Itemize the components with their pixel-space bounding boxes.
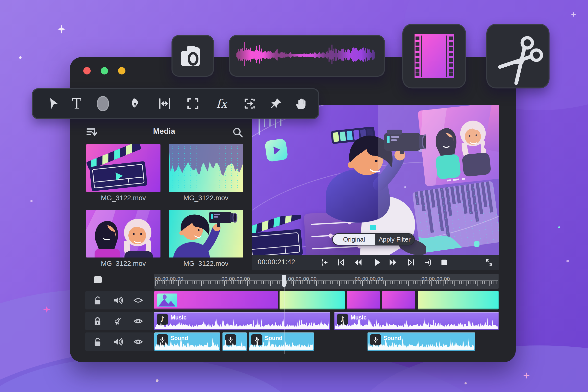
track-controls-sound (85, 332, 154, 351)
tool-select[interactable] (46, 96, 61, 112)
desktop: Media MG_3122.movMG_3122.movMG_3122.movM… (0, 0, 588, 392)
filter-toggle: Original Apply Filter (332, 233, 415, 246)
media-item-thumbnail[interactable] (86, 144, 160, 192)
sort-icon[interactable] (86, 128, 98, 137)
media-item-thumbnail[interactable] (169, 210, 243, 258)
background-dot (566, 260, 569, 262)
film-strip-tile[interactable] (402, 24, 466, 88)
background-dot (558, 226, 560, 228)
film-strip-icon (403, 25, 465, 88)
sound-clip[interactable]: Sound (368, 332, 475, 351)
traffic-light-green[interactable] (101, 67, 108, 74)
media-panel-title: Media (122, 127, 206, 136)
apply-filter-button[interactable]: Apply Filter (375, 234, 414, 245)
fullscreen-button[interactable] (484, 258, 494, 267)
eye-icon[interactable] (133, 316, 143, 326)
music-clip[interactable]: ♪Music (334, 312, 498, 330)
video-clip[interactable] (418, 291, 498, 310)
sound-clip[interactable]: Sound (249, 332, 314, 351)
playhead[interactable] (284, 275, 284, 354)
media-item-thumbnail[interactable] (86, 210, 160, 258)
sound-clip[interactable]: Sound (154, 332, 220, 351)
window-controls (83, 67, 126, 74)
tool-text[interactable]: T (69, 96, 84, 112)
traffic-light-red[interactable] (83, 67, 91, 74)
tools-toolbar: Tfx (32, 88, 319, 119)
search-icon[interactable] (232, 127, 244, 138)
media-item-name: MG_3122.mov (86, 260, 160, 268)
tool-hand[interactable] (293, 96, 309, 112)
original-button[interactable]: Original (333, 234, 375, 245)
traffic-light-yellow[interactable] (118, 67, 126, 74)
tool-pen[interactable] (127, 96, 142, 112)
video-clip[interactable] (154, 291, 278, 310)
media-item-name: MG_3122.mov (169, 194, 243, 202)
stop-button[interactable] (440, 258, 448, 267)
track-controls-video (85, 291, 154, 310)
fast-forward-button[interactable] (388, 258, 398, 267)
media-item-name: MG_3122.mov (169, 260, 243, 268)
filter-split-overlay (378, 105, 499, 255)
lock-open-icon[interactable] (92, 337, 102, 347)
playhead-handle[interactable] (282, 275, 286, 287)
track-header-marker[interactable] (94, 276, 102, 283)
scissors-tile[interactable] (486, 24, 550, 88)
tool-pin[interactable] (268, 96, 284, 112)
tool-export[interactable] (242, 96, 258, 112)
skip-end-button[interactable] (406, 258, 415, 267)
video-clip[interactable] (382, 291, 415, 310)
lock-closed-icon[interactable] (92, 316, 102, 326)
rewind-button[interactable] (354, 258, 362, 267)
track-sound: SoundSoundSound (154, 332, 498, 351)
tool-width[interactable] (157, 96, 172, 112)
background-dot (19, 56, 22, 59)
sound-clip[interactable] (222, 332, 246, 351)
tool-frame[interactable] (185, 96, 201, 112)
tool-effects[interactable]: fx (214, 96, 230, 112)
background-dot (156, 379, 158, 382)
timecode-display: 00:00:21:42 (258, 258, 296, 266)
track-controls-music (85, 312, 154, 330)
background-dot (30, 200, 32, 202)
camera-tile[interactable] (172, 35, 214, 77)
play-button[interactable] (373, 258, 382, 267)
music-clip[interactable]: ♪Music (154, 312, 330, 330)
speaker-muted-icon[interactable] (113, 316, 123, 326)
lock-open-icon[interactable] (92, 296, 102, 305)
scissors-icon (487, 25, 548, 88)
media-item-thumbnail[interactable] (169, 144, 243, 192)
speaker-on-icon[interactable] (113, 296, 123, 305)
background-dot (464, 382, 467, 384)
track-music: ♪Music♪Music (154, 312, 498, 330)
camera-icon (172, 36, 213, 76)
audio-waveform-icon (236, 40, 376, 70)
timeline-ruler[interactable]: 00:00:00:0000:00:00:0000:00:00:0000:00:0… (154, 274, 498, 289)
video-clip[interactable] (347, 291, 380, 310)
out-point-button[interactable] (424, 258, 432, 267)
preview-canvas (252, 105, 499, 255)
media-item-name: MG_3122.mov (86, 194, 160, 202)
tool-ellipse[interactable] (95, 96, 111, 112)
video-clip[interactable] (280, 291, 345, 310)
eye-icon[interactable] (133, 337, 143, 347)
image-icon (157, 294, 178, 307)
audio-waveform-tile[interactable] (229, 35, 385, 77)
track-video (154, 291, 498, 310)
in-point-button[interactable] (320, 258, 329, 267)
speaker-on-icon[interactable] (113, 337, 123, 347)
skip-start-button[interactable] (337, 258, 346, 267)
eye-icon[interactable] (133, 296, 143, 305)
